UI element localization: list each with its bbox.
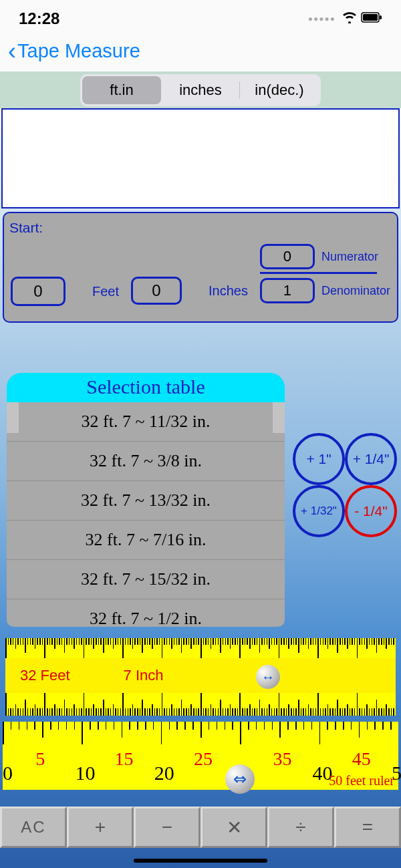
home-indicator[interactable] — [134, 859, 267, 863]
feet-input[interactable]: 0 — [11, 277, 65, 306]
wifi-icon — [342, 11, 357, 26]
feet-label: Feet — [92, 284, 119, 299]
segment-ftin[interactable]: ft.in — [82, 76, 161, 104]
segment-inches[interactable]: inches — [161, 76, 240, 104]
equals-button[interactable]: = — [334, 807, 401, 848]
status-bar: 12:28 ●●●●● — [0, 0, 401, 33]
feet-ruler-label: 50 feet ruler — [329, 773, 394, 788]
ruler-ticks-bottom — [5, 693, 396, 716]
minus-quarter-inch-button[interactable]: - 1/4" — [345, 485, 397, 537]
selection-table: Selection table 32 ft. 7 ~ 11/32 in. 32 … — [7, 373, 285, 627]
start-label: Start: — [9, 220, 392, 236]
numerator-input[interactable]: 0 — [260, 244, 315, 269]
feet-ruler[interactable]: 0102034050515253545 50 feet ruler ⇔ — [3, 722, 398, 790]
svg-rect-1 — [363, 14, 378, 21]
drag-arrows-icon: ⇔ — [233, 770, 247, 788]
back-button[interactable]: ‹ Tape Measure — [8, 40, 393, 62]
unit-segmented-control: ft.in inches in(dec.) — [80, 74, 321, 106]
scroll-indicator-left — [7, 402, 19, 433]
multiply-button[interactable]: ✕ — [200, 807, 267, 848]
calculator-keypad: AC + − ✕ ÷ = — [0, 807, 401, 848]
plus-button[interactable]: + — [67, 807, 134, 848]
ruler-ticks-top — [5, 638, 396, 658]
scroll-indicator-right — [273, 402, 285, 433]
minus-button[interactable]: − — [134, 807, 200, 848]
selection-row[interactable]: 32 ft. 7 ~ 1/2 in. — [7, 599, 285, 627]
ruler-inch-value: 7 Inch — [124, 667, 164, 684]
divide-button[interactable]: ÷ — [267, 807, 334, 848]
ruler-feet-value: 32 Feet — [20, 667, 70, 684]
numerator-label: Numerator — [321, 250, 378, 264]
feet-ruler-ticks — [3, 722, 398, 744]
selection-row[interactable]: 32 ft. 7 ~ 11/32 in. — [7, 402, 285, 442]
status-time: 12:28 — [19, 9, 59, 28]
selection-row[interactable]: 32 ft. 7 ~ 13/32 in. — [7, 481, 285, 521]
selection-row[interactable]: 32 ft. 7 ~ 15/32 in. — [7, 560, 285, 599]
increment-buttons: + 1" + 1/4" + 1/32" - 1/4" — [293, 433, 400, 537]
back-label: Tape Measure — [17, 40, 140, 62]
plus-one-inch-button[interactable]: + 1" — [293, 433, 345, 485]
ruler-pointer-handle[interactable]: ↔ — [256, 665, 280, 689]
selection-table-body[interactable]: 32 ft. 7 ~ 11/32 in. 32 ft. 7 ~ 3/8 in. … — [7, 402, 285, 627]
fraction-divider — [260, 272, 377, 274]
inches-label: Inches — [209, 283, 248, 299]
battery-icon — [361, 12, 382, 25]
start-panel: Start: 0 Feet 0 Inches 0 Numerator 1 Den… — [3, 212, 398, 323]
feet-ruler-pointer-handle[interactable]: ⇔ — [225, 764, 255, 794]
svg-rect-2 — [380, 15, 382, 19]
ac-button[interactable]: AC — [0, 807, 67, 848]
status-icons: ●●●●● — [308, 11, 382, 26]
denominator-label: Denominator — [321, 284, 390, 298]
selection-row[interactable]: 32 ft. 7 ~ 7/16 in. — [7, 521, 285, 560]
ruler-readout: 32 Feet 7 Inch — [5, 658, 396, 693]
chevron-left-icon: ‹ — [8, 43, 16, 59]
denominator-input[interactable]: 1 — [260, 278, 315, 303]
calculation-display — [1, 108, 400, 208]
plus-quarter-inch-button[interactable]: + 1/4" — [345, 433, 397, 485]
plus-1-32-inch-button[interactable]: + 1/32" — [293, 485, 345, 537]
nav-header: ‹ Tape Measure — [0, 33, 401, 71]
selection-row[interactable]: 32 ft. 7 ~ 3/8 in. — [7, 442, 285, 481]
selection-table-header: Selection table — [7, 373, 285, 402]
segment-indec[interactable]: in(dec.) — [240, 76, 319, 104]
drag-arrows-icon: ↔ — [261, 670, 275, 685]
inch-ruler[interactable]: 32 Feet 7 Inch ↔ — [5, 638, 396, 716]
inches-input[interactable]: 0 — [131, 277, 182, 305]
segmented-control-wrap: ft.in inches in(dec.) — [0, 71, 401, 108]
cellular-dots-icon: ●●●●● — [308, 14, 336, 23]
